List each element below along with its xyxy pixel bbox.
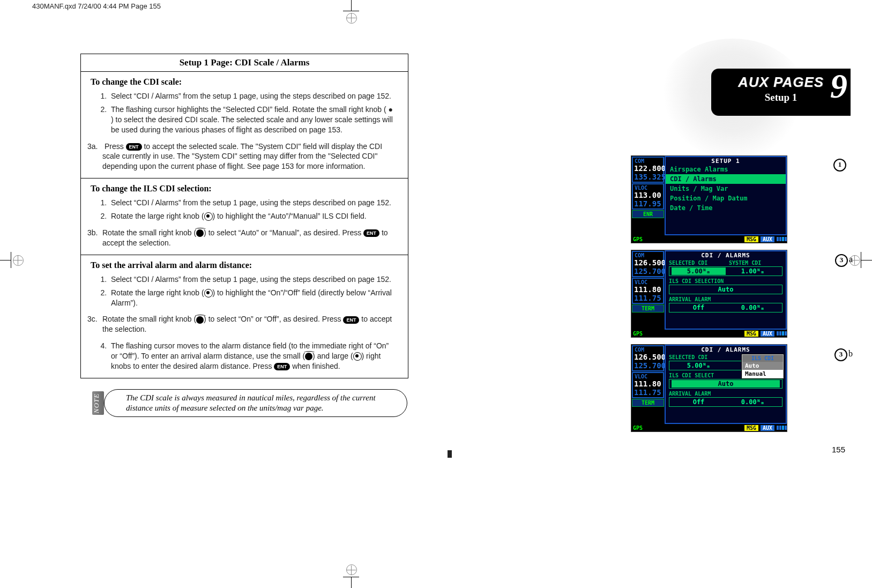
callout-3a: 3a	[835, 254, 853, 267]
step: Rotate the large right knob () to highli…	[109, 288, 397, 308]
crop-mark-right	[851, 252, 872, 268]
arrival-onoff: Off	[672, 304, 726, 311]
table-title: Setup 1 Page: CDI Scale / Alarms	[81, 54, 408, 72]
menu-item: Position / Map Datum	[666, 193, 786, 203]
ent-icon: ENT	[343, 316, 359, 324]
screen-title: SETUP 1	[666, 157, 786, 165]
selected-cdi-value: 5.00ᴺₘ	[672, 267, 726, 275]
callout-3b: 3b	[834, 348, 853, 361]
gps-indicator: GPS	[631, 425, 644, 431]
small-knob-icon	[196, 229, 204, 237]
step-3b: Rotate the small right knob () to select…	[100, 228, 397, 248]
step-text: The flashing cursor highlights the “Sele…	[111, 105, 393, 134]
large-knob-icon	[204, 289, 213, 297]
small-knob-icon	[305, 353, 312, 360]
vloc-standby: 111.75	[633, 388, 663, 397]
system-cdi-label: SYSTEM CDI	[726, 259, 786, 266]
com-active: 122.800	[633, 164, 663, 173]
ils-popup: ILS CDI Auto Manual	[742, 354, 784, 378]
note-box: NOTE The CDI scale is always measured in…	[80, 389, 407, 417]
aux-indicator: AUX	[761, 331, 774, 337]
small-knob-icon	[196, 316, 204, 324]
aux-indicator: AUX	[761, 236, 774, 242]
vloc-standby: 111.75	[633, 294, 663, 302]
com-active: 126.500	[633, 258, 663, 267]
crop-mark-left	[0, 252, 21, 268]
menu-item: Airspace Alarms	[666, 165, 786, 174]
menu-item-selected: CDI / Alarms	[666, 174, 786, 184]
msg-indicator: MSG	[744, 425, 758, 431]
arrival-dist: 0.00ᴺₘ	[726, 398, 780, 406]
gps-screen-cdi-alarms: COM 126.500 125.700 VLOC 111.80 111.75 T…	[631, 250, 787, 338]
selected-cdi-value: 5.00ᴺₘ	[672, 362, 726, 369]
com-label: COM	[633, 252, 663, 258]
arrival-onoff: Off	[672, 398, 726, 406]
page-bars	[777, 237, 787, 241]
gps-indicator: GPS	[631, 331, 644, 337]
step-3c: Rotate the small right knob () to select…	[100, 314, 397, 334]
arrival-dist: 0.00ᴺₘ	[726, 304, 780, 311]
crop-mark-bottom	[343, 567, 359, 588]
gps-screen-setup1: COM 122.800 135.325 VLOC 113.00 117.95 E…	[631, 155, 787, 243]
gps-indicator: GPS	[631, 236, 644, 242]
page-bars	[777, 331, 787, 336]
vloc-active: 113.00	[633, 191, 663, 199]
instructions-table: Setup 1 Page: CDI Scale / Alarms To chan…	[80, 54, 408, 378]
flight-mode: TERM	[632, 304, 664, 312]
large-knob-icon	[204, 212, 213, 221]
popup-title: ILS CDI	[742, 355, 783, 362]
msg-indicator: MSG	[744, 331, 758, 337]
menu-item: Units / Mag Var	[666, 184, 786, 193]
page-number: 155	[832, 445, 845, 454]
step: Rotate the large right knob () to highli…	[109, 211, 397, 221]
vloc-label: VLOC	[633, 279, 663, 285]
popup-option-selected: Manual	[742, 370, 783, 378]
step: Select “CDI / Alarms” from the setup 1 p…	[109, 91, 397, 101]
vloc-active: 111.80	[633, 285, 663, 294]
com-label: COM	[633, 346, 663, 353]
gps-screen-ils-popup: COM 126.500 125.700 VLOC 111.80 111.75 T…	[631, 344, 787, 432]
selected-cdi-label: SELECTED CDI	[666, 259, 726, 266]
vloc-active: 111.80	[633, 379, 663, 388]
ent-icon: ENT	[363, 229, 379, 237]
flight-mode: ENR	[632, 210, 664, 218]
vloc-standby: 117.95	[633, 199, 663, 208]
screen-title: CDI / ALARMS	[666, 346, 786, 353]
note-tab: NOTE	[92, 391, 104, 415]
msg-indicator: MSG	[744, 236, 758, 242]
chapter-subtitle: Setup 1	[711, 92, 851, 103]
gutter-mark	[448, 450, 452, 458]
vloc-label: VLOC	[633, 184, 663, 191]
arrival-label: ARRIVAL ALARM	[666, 390, 786, 397]
ent-icon: ENT	[126, 143, 142, 151]
com-standby: 135.325	[633, 173, 663, 181]
aux-indicator: AUX	[761, 425, 774, 431]
flight-mode: TERM	[632, 399, 664, 407]
section-1-heading: To change the CDI scale:	[81, 72, 408, 91]
step: The flashing cursor highlights the “Sele…	[109, 105, 397, 135]
popup-option: Auto	[742, 362, 783, 370]
screen-title: CDI / ALARMS	[666, 251, 786, 259]
com-active: 126.500	[633, 353, 663, 361]
com-standby: 125.700	[633, 267, 663, 276]
arrival-label: ARRIVAL ALARM	[666, 295, 786, 302]
section-2-heading: To change the ILS CDI selection:	[81, 178, 408, 198]
com-standby: 125.700	[633, 361, 663, 370]
print-header: 430MANF.qxd 7/24/00 4:44 PM Page 155	[32, 2, 161, 10]
note-body: The CDI scale is always measured in naut…	[104, 389, 407, 417]
callout-1: 1	[833, 159, 846, 172]
chapter-number: 9	[830, 66, 847, 106]
ils-value: Auto	[672, 286, 780, 293]
page-bars	[777, 426, 787, 430]
ils-under-value: Auto	[672, 380, 780, 388]
step: Select “CDI / Alarms” from the setup 1 p…	[109, 274, 397, 285]
crop-mark-top	[343, 0, 359, 21]
com-label: COM	[633, 158, 663, 164]
large-knob-icon	[353, 352, 362, 361]
step: Select “CDI / Alarms” from the setup 1 p…	[109, 198, 397, 208]
vloc-label: VLOC	[633, 373, 663, 379]
ent-icon: ENT	[274, 363, 290, 370]
menu-item: Date / Time	[666, 203, 786, 213]
step: The flashing cursor moves to the alarm d…	[109, 341, 397, 371]
system-cdi-value: 1.00ᴺₘ	[726, 267, 780, 275]
